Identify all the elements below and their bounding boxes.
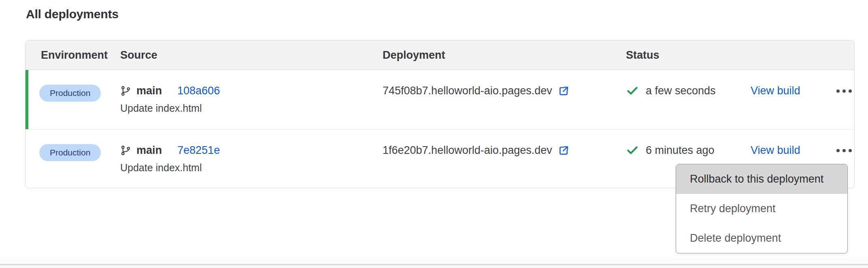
commit-message: Update index.html xyxy=(120,162,383,174)
status-text: 6 minutes ago xyxy=(646,144,715,157)
view-build-link[interactable]: View build xyxy=(751,144,800,156)
deployment-cell: 745f08b7.helloworld-aio.pages.dev xyxy=(383,84,626,98)
column-header-source: Source xyxy=(120,49,383,62)
row-actions-cell xyxy=(829,130,853,154)
deployment-cell: 1f6e20b7.helloworld-aio.pages.dev xyxy=(383,143,626,157)
table-row: Production main 108a606 xyxy=(26,70,854,129)
deployment-context-menu: Rollback to this deployment Retry deploy… xyxy=(676,164,848,253)
menu-item-rollback[interactable]: Rollback to this deployment xyxy=(676,164,847,194)
environment-badge: Production xyxy=(39,144,101,161)
environment-cell: Production xyxy=(41,130,120,161)
success-check-icon xyxy=(626,144,639,157)
column-header-deployment: Deployment xyxy=(383,49,626,62)
deployments-page: All deployments Environment Source Deplo… xyxy=(0,0,868,268)
view-build-link[interactable]: View build xyxy=(751,85,800,97)
view-build-cell: View build xyxy=(751,130,829,157)
table-header-row: Environment Source Deployment Status xyxy=(26,40,854,70)
deployment-url: 745f08b7.helloworld-aio.pages.dev xyxy=(383,85,552,97)
overflow-menu-button[interactable] xyxy=(835,147,853,154)
overflow-menu-button[interactable] xyxy=(835,88,853,94)
commit-link[interactable]: 7e8251e xyxy=(177,144,220,157)
environment-cell: Production xyxy=(41,70,120,102)
column-header-environment: Environment xyxy=(41,49,120,62)
environment-badge: Production xyxy=(39,85,101,102)
footer-below-divider xyxy=(0,265,868,268)
success-check-icon xyxy=(626,84,639,97)
source-cell: main 108a606 Update index.html xyxy=(120,70,383,114)
external-link-icon[interactable] xyxy=(557,144,570,156)
view-build-cell: View build xyxy=(751,70,829,97)
column-header-status: Status xyxy=(626,49,751,62)
page-title: All deployments xyxy=(26,7,119,21)
commit-message: Update index.html xyxy=(120,102,383,114)
row-actions-cell xyxy=(829,70,853,94)
menu-item-delete[interactable]: Delete deployment xyxy=(676,223,847,253)
branch-name: main xyxy=(136,144,162,157)
status-cell: a few seconds xyxy=(626,83,751,98)
branch-name: main xyxy=(136,85,162,97)
status-text: a few seconds xyxy=(646,85,716,97)
git-branch-icon xyxy=(120,145,131,156)
git-branch-icon xyxy=(120,85,131,96)
footer-band xyxy=(0,258,868,264)
commit-link[interactable]: 108a606 xyxy=(177,85,220,97)
source-cell: main 7e8251e Update index.html xyxy=(120,130,383,174)
status-cell: 6 minutes ago xyxy=(626,143,751,157)
deployment-url: 1f6e20b7.helloworld-aio.pages.dev xyxy=(383,144,552,157)
external-link-icon[interactable] xyxy=(557,85,570,97)
menu-item-retry[interactable]: Retry deployment xyxy=(676,194,847,223)
